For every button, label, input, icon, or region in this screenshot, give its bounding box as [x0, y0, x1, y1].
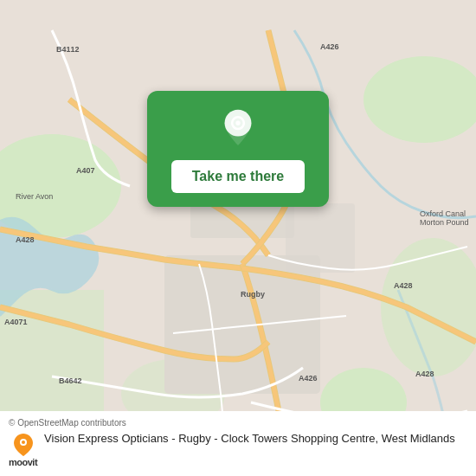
moovit-brand-text: moovit	[9, 457, 37, 467]
bottom-info-bar: © OpenStreetMap contributors moovit Visi…	[0, 411, 476, 476]
svg-text:Morton Pound: Morton Pound	[420, 218, 469, 227]
svg-point-29	[22, 441, 25, 444]
svg-text:A426: A426	[320, 42, 339, 51]
svg-text:River Avon: River Avon	[16, 192, 53, 201]
location-card: Take me there	[147, 91, 329, 207]
moovit-logo: moovit	[9, 433, 37, 467]
map-container: B4112 A426 River Avon Oxford Canal A407 …	[0, 0, 476, 476]
svg-text:A428: A428	[16, 235, 35, 244]
location-info: moovit Vision Express Opticians - Rugby …	[9, 431, 467, 467]
location-name-text: Vision Express Opticians - Rugby - Clock…	[44, 431, 467, 447]
svg-text:A407: A407	[76, 166, 95, 175]
svg-text:Rugby: Rugby	[241, 290, 265, 299]
svg-text:A426: A426	[299, 374, 318, 383]
svg-text:A428: A428	[394, 281, 413, 290]
svg-text:A4071: A4071	[4, 318, 28, 326]
svg-text:B4642: B4642	[59, 376, 82, 385]
svg-point-27	[235, 121, 240, 125]
map-attribution: © OpenStreetMap contributors	[9, 418, 467, 428]
moovit-logo-icon	[11, 433, 35, 457]
location-pin-icon	[217, 108, 259, 150]
svg-text:Oxford Canal: Oxford Canal	[420, 209, 466, 218]
svg-text:B4112: B4112	[56, 45, 80, 54]
svg-text:A428: A428	[415, 370, 434, 378]
map-background: B4112 A426 River Avon Oxford Canal A407 …	[0, 0, 476, 476]
take-me-there-button[interactable]: Take me there	[171, 160, 305, 193]
